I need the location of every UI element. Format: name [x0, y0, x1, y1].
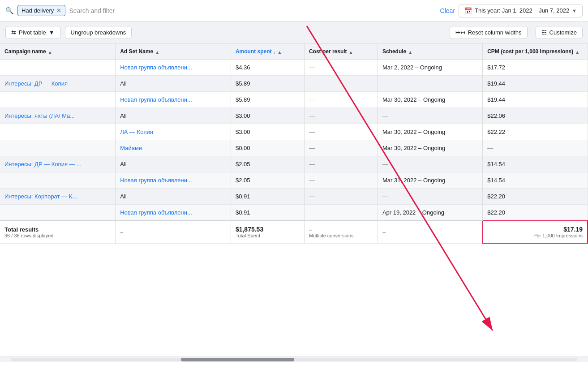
amount-cell: $2.05 — [231, 156, 304, 172]
total-cpm-cell: $17.19Per 1,000 Impressions — [483, 221, 588, 243]
pivot-chevron-icon: ▼ — [49, 29, 55, 36]
col-cpm: CPM (cost per 1,000 impressions) ▲ — [483, 44, 588, 60]
adset-cell: All — [116, 108, 231, 124]
chevron-down-icon: ▼ — [572, 8, 577, 13]
total-amount-value: $1,875.53 — [236, 226, 263, 233]
total-sub-label: 36 / 36 rows displayed — [4, 233, 111, 238]
cost-cell: — — [304, 156, 378, 172]
table-row: Интересы: яхты (ЛА/ Ма...All$3.00——$22.0… — [0, 108, 588, 124]
clear-button[interactable]: Clear — [440, 7, 455, 14]
schedule-cell: Mar 30, 2022 – Ongoing — [378, 92, 482, 108]
total-schedule-cell: – — [378, 221, 482, 243]
adset-cell[interactable]: Новая группа объявлени... — [116, 205, 231, 221]
amount-cell: $0.00 — [231, 140, 304, 156]
col-amount-label: Amount spent — [236, 48, 272, 55]
campaign-cell[interactable]: Интересы: ДР — Копия — ... — [0, 156, 116, 172]
cost-cell: — — [304, 108, 378, 124]
amount-cell: $3.00 — [231, 124, 304, 140]
date-range-button[interactable]: 📅 This year: Jan 1, 2022 – Jun 7, 2022 ▼ — [459, 4, 583, 17]
campaign-cell[interactable]: Интересы: Корпорат — К... — [0, 189, 116, 205]
campaign-cell[interactable]: Интересы: яхты (ЛА/ Ма... — [0, 108, 116, 124]
total-cpm-value: $17.19 — [563, 226, 583, 233]
adset-cell[interactable]: Новая группа объявлени... — [116, 172, 231, 189]
col-schedule-filter-icon[interactable]: ▲ — [408, 50, 412, 55]
ungroup-label: Ungroup breakdowns — [71, 29, 126, 36]
schedule-cell: — — [378, 76, 482, 92]
amount-cell: $0.91 — [231, 205, 304, 221]
cpm-cell: $17.72 — [483, 60, 588, 76]
pivot-table-button[interactable]: ⇆ Pivot table ▼ — [5, 26, 60, 39]
customize-button[interactable]: ☷ Customize — [536, 26, 583, 39]
filter-tag[interactable]: Had delivery ✕ — [17, 5, 65, 16]
campaign-cell — [0, 140, 116, 156]
campaign-cell — [0, 205, 116, 221]
cost-cell: — — [304, 92, 378, 108]
adset-cell: All — [116, 189, 231, 205]
search-input[interactable]: Search and filter — [69, 7, 436, 14]
table-row: Новая группа объявлени...$4.36—Mar 2, 20… — [0, 60, 588, 76]
col-amount-sort-icon[interactable]: ↓ — [274, 50, 276, 55]
table-row: Новая группа объявлени...$5.89—Mar 30, 2… — [0, 92, 588, 108]
amount-cell: $3.00 — [231, 108, 304, 124]
col-schedule-label: Schedule — [382, 48, 406, 55]
table-container: Campaign name ▲ Ad Set Name ▲ Amount spe… — [0, 44, 588, 357]
adset-cell[interactable]: ЛА — Копия — [116, 124, 231, 140]
cost-cell: — — [304, 60, 378, 76]
col-adset-label: Ad Set Name — [120, 48, 153, 55]
campaign-cell — [0, 172, 116, 189]
col-cost-filter-icon[interactable]: ▲ — [349, 50, 353, 55]
date-range-label: This year: Jan 1, 2022 – Jun 7, 2022 — [475, 7, 569, 14]
toolbar: ⇆ Pivot table ▼ Ungroup breakdowns ↦↤ Re… — [0, 21, 588, 44]
cpm-cell: $14.54 — [483, 172, 588, 189]
top-bar: 🔍 Had delivery ✕ Search and filter Clear… — [0, 0, 588, 21]
horizontal-scrollbar[interactable] — [11, 358, 577, 361]
cost-cell: — — [304, 172, 378, 189]
col-amount: Amount spent ↓ ▲ — [231, 44, 304, 60]
scrollbar-area — [0, 357, 588, 362]
col-cost-label: Cost per result — [309, 48, 347, 55]
adset-cell[interactable]: Новая группа объявлени... — [116, 60, 231, 76]
table-row: Интересы: ДР — Копия — ...All$2.05——$14.… — [0, 156, 588, 172]
total-results-label: Total results — [4, 226, 39, 233]
filter-tag-label: Had delivery — [21, 7, 54, 14]
pivot-label: Pivot table — [19, 29, 46, 36]
total-amount-sub: Total Spent — [236, 233, 300, 238]
cost-cell: — — [304, 140, 378, 156]
schedule-cell: Mar 30, 2022 – Ongoing — [378, 124, 482, 140]
campaign-cell — [0, 60, 116, 76]
col-cpm-filter-icon[interactable]: ▲ — [575, 50, 579, 55]
amount-cell: $2.05 — [231, 172, 304, 189]
total-cpm-sub: Per 1,000 Impressions — [488, 233, 583, 238]
cpm-cell: $19.44 — [483, 76, 588, 92]
cpm-cell: — — [483, 140, 588, 156]
table-row: Интересы: Корпорат — К...All$0.91——$22.2… — [0, 189, 588, 205]
ungroup-button[interactable]: Ungroup breakdowns — [65, 26, 132, 39]
col-cpm-label: CPM (cost per 1,000 impressions) — [487, 48, 573, 55]
cost-cell: — — [304, 76, 378, 92]
campaign-cell[interactable]: Интересы: ДР — Копия — [0, 76, 116, 92]
col-campaign: Campaign name ▲ — [0, 44, 116, 60]
schedule-cell: — — [378, 189, 482, 205]
cost-cell: — — [304, 124, 378, 140]
amount-cell: $4.36 — [231, 60, 304, 76]
adset-cell[interactable]: Майами — [116, 140, 231, 156]
schedule-cell: — — [378, 156, 482, 172]
cpm-cell: $22.22 — [483, 124, 588, 140]
col-adset-filter-icon[interactable]: ▲ — [155, 50, 159, 55]
amount-cell: $0.91 — [231, 189, 304, 205]
total-row: Total results36 / 36 rows displayed–$1,8… — [0, 221, 588, 243]
reset-column-widths-button[interactable]: ↦↤ Reset column widths — [450, 26, 528, 39]
table-row: ЛА — Копия$3.00—Mar 30, 2022 – Ongoing$2… — [0, 124, 588, 140]
schedule-cell: Apr 19, 2022 – Ongoing — [378, 205, 482, 221]
search-icon: 🔍 — [5, 7, 14, 15]
total-cost-sub: Multiple conversions — [309, 233, 373, 238]
col-campaign-filter-icon[interactable]: ▲ — [48, 50, 52, 55]
col-amount-filter-icon[interactable]: ▲ — [278, 50, 282, 55]
adset-cell[interactable]: Новая группа объявлени... — [116, 92, 231, 108]
cpm-cell: $19.44 — [483, 92, 588, 108]
adset-cell: All — [116, 156, 231, 172]
pivot-icon: ⇆ — [11, 29, 16, 36]
filter-close-icon[interactable]: ✕ — [56, 7, 61, 14]
customize-icon: ☷ — [541, 29, 547, 36]
scrollbar-thumb[interactable] — [181, 358, 294, 361]
